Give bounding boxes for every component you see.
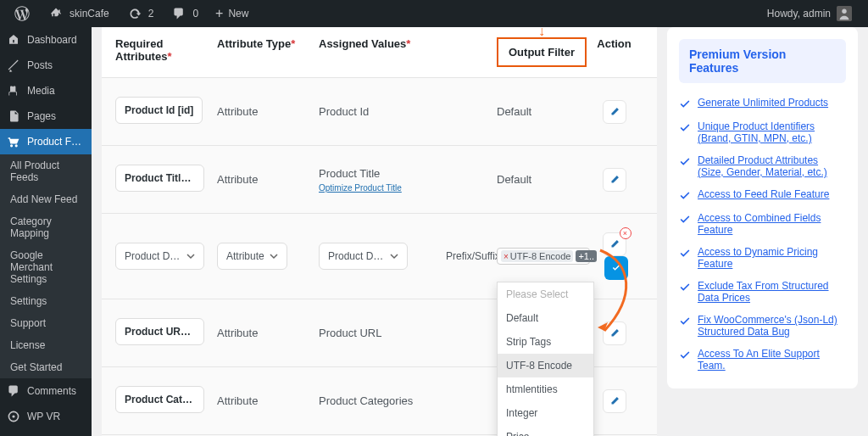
assigned-select[interactable]: Product Descrip... bbox=[319, 243, 408, 270]
posts-icon bbox=[7, 59, 20, 72]
submenu-item[interactable]: Get Started bbox=[0, 356, 92, 378]
optimize-title-link[interactable]: Optimize Product Title bbox=[319, 183, 439, 193]
attribute-pill: Product Title ... bbox=[115, 165, 204, 192]
dropdown-option[interactable]: Default bbox=[498, 306, 593, 330]
dashboard-icon bbox=[7, 33, 20, 47]
check-icon bbox=[679, 122, 691, 134]
dropdown-option[interactable]: Strip Tags bbox=[498, 330, 593, 354]
sidebar-item-media[interactable]: Media bbox=[0, 78, 92, 103]
user-menu[interactable]: Howdy, admin bbox=[767, 5, 861, 22]
assigned-label: Product TitleOptimize Product Title bbox=[319, 167, 446, 193]
site-name-text: skinCafe bbox=[70, 8, 109, 20]
check-icon bbox=[679, 349, 691, 361]
th-assigned: Assigned Values* bbox=[319, 37, 446, 67]
check-icon bbox=[679, 98, 691, 110]
comments-count: 0 bbox=[192, 8, 198, 20]
comments[interactable]: 0 bbox=[164, 0, 205, 27]
remove-tag-icon[interactable]: × bbox=[504, 252, 509, 261]
edit-button[interactable] bbox=[603, 321, 626, 345]
dropdown-option[interactable]: UTF-8 Encode bbox=[498, 354, 593, 377]
sidebar-item-dashboard[interactable]: Dashboard bbox=[0, 27, 92, 53]
wp-logo[interactable] bbox=[7, 0, 37, 27]
sidebar-item-pages[interactable]: Pages bbox=[0, 103, 92, 129]
feature-link[interactable]: Unique Product Identifiers (Brand, GTIN,… bbox=[698, 120, 846, 144]
check-icon bbox=[679, 248, 691, 260]
feature-item: Exclude Tax From Structured Data Prices bbox=[679, 275, 846, 309]
menu-label: Pages bbox=[27, 110, 56, 122]
new-label: New bbox=[228, 8, 248, 20]
submenu-item[interactable]: Support bbox=[0, 312, 92, 334]
submenu-item[interactable]: Add New Feed bbox=[0, 188, 92, 210]
submenu-item[interactable]: All Product Feeds bbox=[0, 154, 92, 188]
table-header-row: Required Attributes* Attribute Type* Ass… bbox=[102, 27, 657, 77]
close-edit-icon[interactable]: × bbox=[620, 227, 632, 239]
feature-item: Access to Combined Fields Feature bbox=[679, 207, 846, 241]
confirm-button[interactable] bbox=[604, 256, 628, 280]
feature-link[interactable]: Generate Unlimited Products bbox=[698, 97, 828, 109]
feature-link[interactable]: Access to Dynamic Pricing Feature bbox=[698, 246, 846, 270]
th-output-filter: ↓Output Filter bbox=[497, 37, 594, 67]
arrow-down-icon: ↓ bbox=[538, 27, 545, 39]
cart-icon bbox=[7, 135, 20, 148]
submenu-item[interactable]: Settings bbox=[0, 290, 92, 312]
assigned-label: Product URL bbox=[319, 327, 446, 339]
feature-item: Unique Product Identifiers (Brand, GTIN,… bbox=[679, 115, 846, 149]
svg-point-3 bbox=[12, 415, 14, 417]
updates-icon bbox=[126, 5, 143, 22]
dropdown-option[interactable]: Integer bbox=[498, 401, 593, 425]
feature-link[interactable]: Access To An Elite Support Team. bbox=[698, 348, 846, 372]
media-icon bbox=[7, 84, 20, 98]
check-icon bbox=[679, 282, 691, 293]
product-feed-label: Product Feed bbox=[27, 136, 85, 148]
submenu-item[interactable]: Category Mapping bbox=[0, 210, 92, 244]
attribute-pill: Product URL ... bbox=[115, 318, 204, 345]
feature-link[interactable]: Access to Combined Fields Feature bbox=[698, 212, 846, 236]
feature-item: Fix WooCommerce's (Json-Ld) Structured D… bbox=[679, 309, 846, 343]
sidebar-item-comments[interactable]: Comments bbox=[0, 378, 92, 404]
sidebar-item-woocommerce[interactable]: WooCommerce bbox=[0, 429, 92, 436]
new-content[interactable]: + New bbox=[209, 0, 255, 27]
check-icon bbox=[679, 214, 691, 226]
table-row: Product Id [id] Attribute Product Id Def… bbox=[102, 77, 657, 145]
th-action: Action bbox=[594, 37, 641, 67]
sidebar-item-wpvr[interactable]: WP VR bbox=[0, 404, 92, 429]
chevron-down-icon bbox=[186, 252, 195, 260]
attribute-pill: Product Cate... bbox=[115, 386, 204, 413]
assigned-label: Product Categories bbox=[319, 394, 446, 407]
assigned-label: Product Id bbox=[319, 105, 446, 118]
edit-button[interactable] bbox=[603, 168, 626, 192]
output-filter-input[interactable]: ×UTF-8 Encode +1.. bbox=[497, 248, 590, 265]
wpvr-icon bbox=[7, 410, 20, 423]
edit-button[interactable] bbox=[603, 389, 626, 413]
attribute-pill: Product Id [id] bbox=[115, 97, 203, 124]
output-filter-value: Default bbox=[497, 173, 594, 186]
premium-features-card: Premium Version Features Generate Unlimi… bbox=[667, 27, 858, 388]
wordpress-icon bbox=[14, 5, 31, 22]
submenu-item[interactable]: Google Merchant Settings bbox=[0, 244, 92, 290]
feature-link[interactable]: Fix WooCommerce's (Json-Ld) Structured D… bbox=[698, 314, 846, 338]
attribute-select[interactable]: Product Descrip... bbox=[115, 243, 204, 270]
comment-icon bbox=[170, 5, 187, 22]
feature-link[interactable]: Detailed Product Attributes (Size, Gende… bbox=[698, 154, 846, 178]
feature-link[interactable]: Access to Feed Rule Feature bbox=[698, 188, 829, 200]
site-name[interactable]: skinCafe bbox=[41, 0, 116, 27]
feature-link[interactable]: Exclude Tax From Structured Data Prices bbox=[698, 280, 846, 304]
submenu-item[interactable]: License bbox=[0, 334, 92, 356]
menu-label: Dashboard bbox=[27, 34, 77, 46]
table-row: Product Descrip... Attribute Product Des… bbox=[102, 213, 657, 299]
check-icon bbox=[679, 156, 691, 168]
sidebar-item-product-feed[interactable]: Product Feed bbox=[0, 129, 92, 154]
updates[interactable]: 2 bbox=[120, 0, 161, 27]
type-label: Attribute bbox=[217, 327, 319, 339]
type-select[interactable]: Attribute bbox=[217, 243, 287, 270]
admin-bar: skinCafe 2 0 + New Howdy, admin bbox=[0, 0, 868, 27]
sidebar-item-posts[interactable]: Posts bbox=[0, 53, 92, 78]
admin-sidebar: DashboardPostsMediaPages Product Feed Al… bbox=[0, 27, 92, 436]
chevron-down-icon bbox=[390, 252, 398, 260]
home-icon bbox=[47, 5, 64, 22]
edit-button[interactable] bbox=[603, 100, 626, 124]
th-required: Required Attributes* bbox=[115, 37, 217, 67]
dropdown-option[interactable]: htmlentities bbox=[498, 377, 593, 401]
th-type: Attribute Type* bbox=[217, 37, 319, 67]
dropdown-option[interactable]: Price bbox=[498, 425, 593, 436]
